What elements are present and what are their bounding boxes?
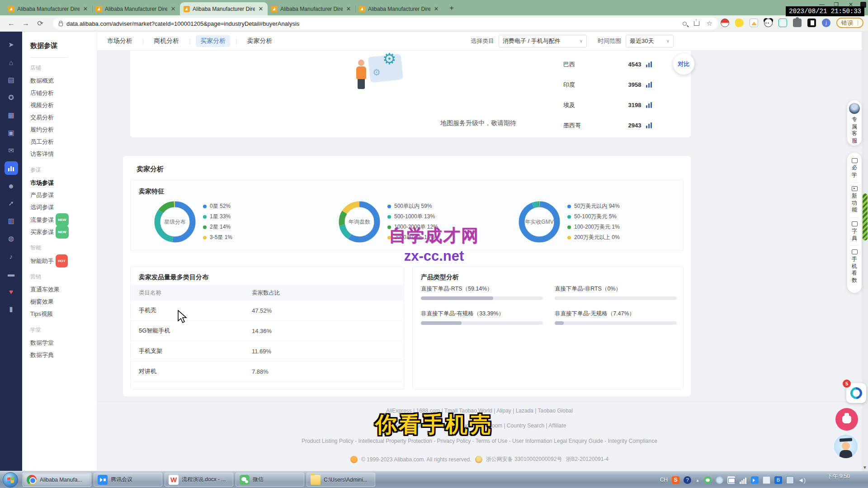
browser-tab[interactable]: Alibaba Manufacturer Directo✕ bbox=[92, 2, 180, 15]
nav-tab-买家分析[interactable]: 买家分析 bbox=[196, 35, 230, 47]
browser-tab[interactable]: Alibaba Manufacturer Directo✕ bbox=[268, 2, 355, 15]
sidebar-item-员工分析[interactable]: 员工分析 bbox=[30, 136, 97, 148]
sidebar-item-智能助手[interactable]: 智能助手HOT bbox=[30, 254, 97, 267]
customer-service-pill[interactable]: 专属客服 bbox=[847, 100, 862, 145]
globe-tray-icon[interactable] bbox=[716, 476, 723, 484]
tool-item-必学[interactable]: 必学 bbox=[851, 158, 858, 178]
error-badge[interactable]: 错误 ⋮ bbox=[836, 18, 863, 28]
nav-tab-市场分析[interactable]: 市场分析 bbox=[103, 35, 137, 47]
send-icon[interactable]: ➤ bbox=[5, 38, 18, 52]
globe-icon[interactable]: ◍ bbox=[5, 232, 18, 245]
clip-tray-icon[interactable] bbox=[763, 476, 770, 484]
category-select[interactable]: 消费电子 / 手机与配件 ∨ bbox=[499, 35, 587, 47]
browser-tab[interactable]: Alibaba Manufacturer Directo✕ bbox=[355, 2, 443, 15]
sidebar-item-数据概览[interactable]: 数据概览 bbox=[30, 75, 97, 87]
briefcase-icon[interactable]: ▮ bbox=[5, 302, 18, 316]
browser-tab[interactable]: Alibaba Manufacturer Directo✕ bbox=[5, 2, 92, 15]
taskbar-button-wps[interactable]: 流程演说.docx - ... bbox=[165, 473, 233, 487]
address-bar[interactable]: data.alibaba.com/adviser/market?cateId=1… bbox=[53, 18, 718, 29]
taskbar-button-folder[interactable]: C:\Users\Admini... bbox=[307, 473, 375, 487]
taskbar-button-meeting[interactable]: 腾讯会议 bbox=[94, 473, 162, 487]
home-icon[interactable]: ⌂ bbox=[5, 56, 18, 69]
taskbar-button-wechat[interactable]: 微信 bbox=[236, 473, 304, 487]
forward-icon[interactable]: → bbox=[21, 19, 31, 28]
translate-icon[interactable] bbox=[778, 19, 787, 27]
nav-tab-商机分析[interactable]: 商机分析 bbox=[149, 35, 184, 47]
scrollbar-down-arrow[interactable]: ▼ bbox=[862, 465, 868, 470]
store-icon[interactable]: ▤ bbox=[5, 73, 18, 87]
sync-app-floater[interactable]: 5 bbox=[846, 383, 866, 403]
image-icon[interactable] bbox=[750, 19, 758, 27]
heart-icon[interactable]: ♥ bbox=[5, 285, 18, 298]
taskbar-button-chrome[interactable]: Alibaba Manufa... bbox=[23, 473, 91, 487]
nav-tab-卖家分析[interactable]: 卖家分析 bbox=[242, 35, 277, 47]
sidebar-item-数据学堂[interactable]: 数据学堂 bbox=[30, 337, 97, 349]
chat-icon[interactable]: ✉ bbox=[5, 144, 18, 157]
speaker-tray-icon[interactable]: ◄) bbox=[798, 476, 806, 484]
back-icon[interactable]: ← bbox=[6, 19, 16, 28]
tab-close-icon[interactable]: ✕ bbox=[345, 5, 352, 12]
sidebar-item-数据字典[interactable]: 数据字典 bbox=[30, 349, 97, 361]
chart-icon[interactable] bbox=[5, 161, 18, 175]
sogou-input-icon[interactable]: S bbox=[672, 476, 679, 484]
wechat-tray-icon[interactable] bbox=[704, 476, 712, 484]
pokeball-icon[interactable] bbox=[721, 19, 729, 27]
apps-icon[interactable]: ▦ bbox=[5, 108, 18, 122]
tray-expand-icon[interactable]: ▴ bbox=[695, 476, 700, 484]
mail-tray-icon[interactable] bbox=[727, 476, 735, 484]
panda-icon[interactable] bbox=[764, 19, 773, 27]
chart-icon[interactable] bbox=[646, 122, 652, 128]
language-indicator[interactable]: CH bbox=[660, 477, 668, 483]
signal-tray-icon[interactable] bbox=[739, 476, 747, 484]
range-select[interactable]: 最近30天 ∨ bbox=[626, 35, 674, 47]
sidebar-item-访客详情[interactable]: 访客详情 bbox=[30, 148, 97, 160]
chart-icon[interactable] bbox=[646, 82, 652, 88]
start-button[interactable] bbox=[3, 472, 18, 488]
taskbar-clock[interactable]: 下午 9:50 bbox=[827, 473, 850, 480]
sidebar-item-交易分析[interactable]: 交易分析 bbox=[30, 111, 97, 123]
sidebar-item-买家参谋[interactable]: 买家参谋NEW bbox=[30, 225, 97, 238]
meet2-tray-icon[interactable] bbox=[751, 476, 759, 484]
package-icon[interactable]: ▣ bbox=[5, 126, 18, 140]
sidebar-item-选词参谋[interactable]: 选词参谋 bbox=[30, 201, 97, 213]
users-icon[interactable]: ☻ bbox=[5, 179, 18, 192]
bank-icon[interactable]: ▬ bbox=[5, 267, 18, 281]
help-tray-icon[interactable]: ? bbox=[684, 476, 691, 484]
profile-icon[interactable]: j bbox=[822, 19, 830, 27]
screenshot-icon[interactable] bbox=[807, 19, 816, 27]
sidebar-item-视频分析[interactable]: 视频分析 bbox=[30, 99, 97, 111]
share-icon[interactable] bbox=[694, 21, 699, 26]
tab-close-icon[interactable]: ✕ bbox=[433, 5, 439, 12]
shield-icon[interactable]: ✪ bbox=[5, 91, 18, 104]
browser-menu-icon[interactable]: ⋮ bbox=[855, 22, 859, 24]
tool-item-字典[interactable]: 字典 bbox=[851, 221, 858, 242]
bt-tray-icon[interactable]: B bbox=[774, 476, 782, 484]
reload-icon[interactable]: ⟳ bbox=[35, 19, 45, 28]
tab-close-icon[interactable]: ✕ bbox=[82, 5, 89, 12]
page-scrollbar[interactable]: ▼ bbox=[862, 32, 868, 471]
sidebar-item-店铺分析[interactable]: 店铺分析 bbox=[30, 87, 97, 99]
chart-icon[interactable] bbox=[646, 61, 652, 67]
sidebar-item-直通车效果[interactable]: 直通车效果 bbox=[30, 283, 97, 296]
zoom-icon[interactable] bbox=[683, 22, 687, 26]
browser-tab[interactable]: Alibaba Manufacturer Directo✕ bbox=[180, 2, 268, 15]
clipboard-icon[interactable]: ▥ bbox=[5, 214, 18, 228]
tool-item-新功能[interactable]: 新功能 bbox=[851, 186, 858, 214]
bookmark-star-icon[interactable]: ☆ bbox=[707, 20, 712, 27]
display-tray-icon[interactable] bbox=[786, 476, 794, 484]
tab-close-icon[interactable]: ✕ bbox=[258, 5, 264, 12]
pikachu-icon[interactable] bbox=[735, 19, 744, 27]
sidebar-item-市场参谋[interactable]: 市场参谋 bbox=[30, 177, 97, 189]
new-tab-button[interactable]: + bbox=[446, 2, 458, 14]
sidebar-item-产品参谋[interactable]: 产品参谋 bbox=[30, 189, 97, 201]
sidebar-item-橱窗效果[interactable]: 橱窗效果 bbox=[30, 296, 97, 308]
sidebar-item-履约分析[interactable]: 履约分析 bbox=[30, 123, 97, 136]
sidebar-item-Tips视频[interactable]: Tips视频 bbox=[30, 308, 97, 320]
bell-icon[interactable]: ♪ bbox=[5, 249, 18, 263]
tool-item-手机看数[interactable]: 手机看数 bbox=[851, 249, 858, 284]
scrollbar-thumb[interactable] bbox=[863, 193, 868, 240]
compare-button[interactable]: 对比 bbox=[673, 53, 694, 75]
url-text[interactable]: data.alibaba.com/adviser/market?cateId=1… bbox=[66, 20, 299, 27]
rewards-floater[interactable] bbox=[835, 408, 858, 431]
puzzle-icon[interactable] bbox=[793, 19, 802, 27]
